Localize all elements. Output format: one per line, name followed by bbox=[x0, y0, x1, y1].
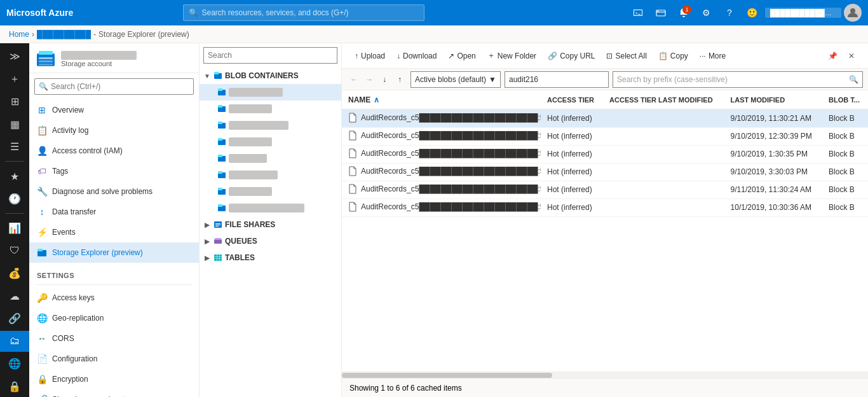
last-modified-cell: 9/11/2019, 11:30:24 AM bbox=[724, 181, 823, 198]
table-row[interactable]: AuditRecords_c5██████████████████████:5e… bbox=[342, 109, 868, 127]
nav-item-geo-replication[interactable]: 🌐 Geo-replication bbox=[29, 308, 199, 328]
nav-item-access-control[interactable]: 👤 Access control (IAM) bbox=[29, 141, 199, 161]
nav-item-cors[interactable]: ↔ CORS bbox=[29, 328, 199, 349]
icon-bar-resources[interactable]: ☰ bbox=[0, 136, 29, 157]
col-access-tier-modified[interactable]: ACCESS TIER LAST MODIFIED bbox=[603, 90, 724, 109]
nav-search-input[interactable] bbox=[51, 82, 189, 91]
tables-header[interactable]: ▶ TABLES bbox=[200, 249, 341, 266]
icon-bar-cloud[interactable]: ☁ bbox=[0, 286, 29, 307]
close-button[interactable]: ✕ bbox=[843, 47, 860, 65]
copy-button[interactable]: 📋 Copy bbox=[653, 47, 693, 65]
upload-button[interactable]: ↑ Upload bbox=[349, 47, 390, 65]
breadcrumb-account[interactable]: ██████████ bbox=[37, 30, 91, 39]
notifications-icon[interactable]: 1 bbox=[674, 3, 694, 23]
file-shares-header[interactable]: ▶ FILE SHARES bbox=[200, 216, 341, 233]
nav-item-activity-log[interactable]: 📋 Activity log bbox=[29, 120, 199, 141]
blob-filter-dropdown[interactable]: Active blobs (default) ▼ bbox=[410, 71, 501, 88]
more-button[interactable]: ··· More bbox=[695, 47, 731, 65]
nav-item-diagnose[interactable]: 🔧 Diagnose and solve problems bbox=[29, 181, 199, 202]
container-item-3[interactable]: ███████████ bbox=[200, 117, 341, 134]
breadcrumb-home[interactable]: Home bbox=[9, 30, 29, 39]
back-button[interactable]: ← bbox=[347, 73, 361, 87]
table-row[interactable]: AuditRecords_c5██████████████████████:5e… bbox=[342, 163, 868, 181]
new-folder-button[interactable]: ＋ New Folder bbox=[482, 47, 541, 65]
nav-item-tags[interactable]: 🏷 Tags bbox=[29, 161, 199, 181]
icon-bar-expand[interactable]: ≫ bbox=[0, 46, 29, 67]
queues-header[interactable]: ▶ QUEUES bbox=[200, 233, 341, 249]
blob-containers-label: BLOB CONTAINERS bbox=[225, 71, 299, 80]
tree-search-input[interactable] bbox=[208, 51, 333, 60]
container-item-2[interactable]: ████████ bbox=[200, 101, 341, 117]
forward-button[interactable]: → bbox=[362, 73, 376, 87]
container-item-8[interactable]: ██████████████ bbox=[200, 200, 341, 216]
resource-name: ██████████████ bbox=[61, 50, 137, 60]
download-button[interactable]: ↓ Download bbox=[391, 47, 442, 65]
icon-bar-integration[interactable]: 🔗 bbox=[0, 308, 29, 329]
icon-bar-home[interactable]: ⊞ bbox=[0, 91, 29, 112]
file-name: AuditRecords_c5██████████████████████:5e… bbox=[361, 149, 541, 158]
icon-bar-dashboard[interactable]: ▦ bbox=[0, 113, 29, 134]
icon-bar-create[interactable]: ＋ bbox=[0, 68, 29, 89]
open-button[interactable]: ↗ Open bbox=[443, 47, 480, 65]
container-item-6[interactable]: █████████ bbox=[200, 167, 341, 183]
icon-bar-lock[interactable]: 🔒 bbox=[0, 375, 29, 396]
container-label: ███████████ bbox=[229, 121, 288, 130]
container-label: ███████ bbox=[229, 154, 267, 163]
pin-button[interactable]: 📌 bbox=[824, 47, 841, 65]
table-row[interactable]: AuditRecords_c5██████████████████████:5e… bbox=[342, 181, 868, 198]
directory-icon[interactable] bbox=[651, 3, 671, 23]
icon-bar-security[interactable]: 🛡 bbox=[0, 240, 29, 261]
col-access-tier[interactable]: ACCESS TIER bbox=[541, 90, 603, 109]
table-row[interactable]: AuditRecords_c5██████████████████████:5e… bbox=[342, 198, 868, 216]
container-item-1[interactable]: ██████████ bbox=[200, 84, 341, 101]
path-input[interactable] bbox=[505, 71, 609, 88]
prefix-search-box[interactable]: Search by prefix (case-sensitive) 🔍 bbox=[613, 71, 863, 88]
icon-bar-cost[interactable]: 💰 bbox=[0, 263, 29, 284]
icon-bar-storage[interactable]: 🗂 bbox=[0, 331, 29, 352]
help-icon[interactable]: ? bbox=[719, 3, 740, 23]
container-icon bbox=[217, 121, 226, 130]
nav-search-icon: 🔍 bbox=[39, 82, 48, 91]
last-modified-cell: 9/10/2019, 11:30:21 AM bbox=[724, 109, 823, 127]
table-row[interactable]: AuditRecords_c5██████████████████████:5e… bbox=[342, 145, 868, 163]
cloud-shell-icon[interactable] bbox=[628, 3, 648, 23]
container-item-4[interactable]: ████████ bbox=[200, 134, 341, 150]
account-info[interactable]: ██████████████ bbox=[765, 8, 841, 18]
nav-item-overview[interactable]: ⊞ Overview bbox=[29, 100, 199, 120]
global-search[interactable]: 🔍 Search resources, services, and docs (… bbox=[183, 4, 424, 21]
copy-url-button[interactable]: 🔗 Copy URL bbox=[543, 47, 600, 65]
nav-item-access-keys[interactable]: 🔑 Access keys bbox=[29, 288, 199, 308]
nav-item-shared-access-signature[interactable]: 🔗 Shared access signature bbox=[29, 389, 199, 397]
tree-search-box[interactable] bbox=[203, 47, 337, 64]
nav-item-events[interactable]: ⚡ Events bbox=[29, 222, 199, 242]
blob-containers-header[interactable]: ▼ BLOB CONTAINERS bbox=[200, 67, 341, 84]
container-item-7[interactable]: ████████ bbox=[200, 183, 341, 200]
nav-search-box[interactable]: 🔍 bbox=[34, 78, 194, 95]
col-name[interactable]: NAME ∧ bbox=[342, 90, 541, 109]
feedback-icon[interactable]: 🙂 bbox=[742, 3, 763, 23]
storage-tree-panel: ▼ BLOB CONTAINERS ██████████ ████████ ██… bbox=[200, 43, 342, 397]
icon-bar-network[interactable]: 🌐 bbox=[0, 353, 29, 374]
svg-rect-11 bbox=[214, 72, 219, 74]
nav-item-data-transfer[interactable]: ↕ Data transfer bbox=[29, 202, 199, 222]
svg-rect-35 bbox=[214, 256, 222, 257]
container-item-5[interactable]: ███████ bbox=[200, 150, 341, 167]
settings-icon[interactable]: ⚙ bbox=[696, 3, 717, 23]
icon-bar-monitor[interactable]: 📊 bbox=[0, 218, 29, 239]
icon-bar-recent[interactable]: 🕐 bbox=[0, 188, 29, 209]
table-row[interactable]: AuditRecords_c5██████████████████████:5e… bbox=[342, 127, 868, 145]
icon-bar-favorite[interactable]: ★ bbox=[0, 165, 29, 186]
col-blob-type[interactable]: BLOB T... bbox=[822, 90, 868, 109]
select-all-button[interactable]: ⊡ Select All bbox=[601, 47, 651, 65]
refresh-button[interactable]: ↑ bbox=[393, 73, 407, 87]
last-modified-cell: 9/10/2019, 3:30:03 PM bbox=[724, 163, 823, 181]
up-button[interactable]: ↓ bbox=[377, 73, 391, 87]
scrollbar-thumb[interactable] bbox=[342, 373, 552, 378]
access-tier-cell: Hot (inferred) bbox=[541, 198, 603, 216]
horizontal-scrollbar[interactable] bbox=[342, 372, 868, 378]
col-last-modified[interactable]: LAST MODIFIED bbox=[724, 90, 823, 109]
nav-item-encryption[interactable]: 🔒 Encryption bbox=[29, 369, 199, 389]
nav-item-configuration[interactable]: 📄 Configuration bbox=[29, 349, 199, 369]
nav-item-storage-explorer[interactable]: Storage Explorer (preview) bbox=[29, 242, 199, 263]
user-avatar[interactable] bbox=[844, 4, 862, 22]
